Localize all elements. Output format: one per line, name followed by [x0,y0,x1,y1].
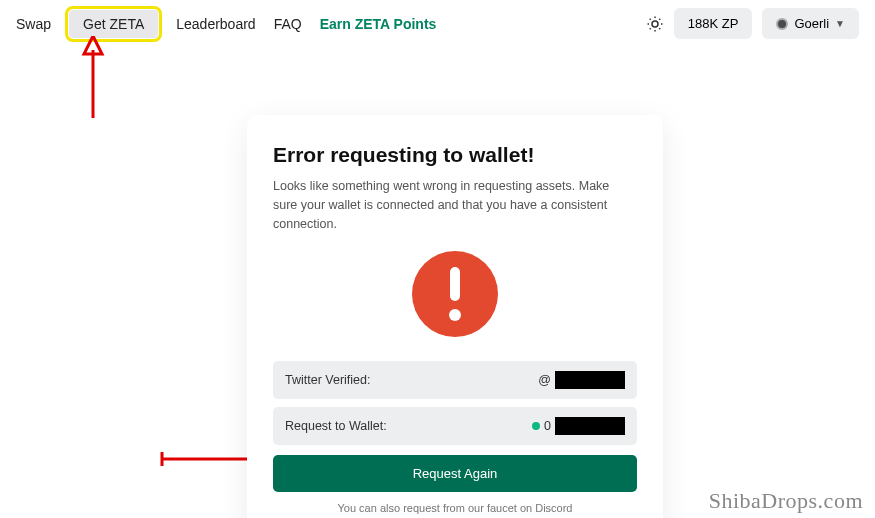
watermark: ShibaDrops.com [709,488,863,514]
wallet-label: Request to Wallet: [285,419,387,433]
points-value: 188K ZP [688,16,739,31]
card-title: Error requesting to wallet! [273,143,637,167]
redacted-block [555,371,625,389]
chevron-down-icon: ▼ [835,18,845,29]
twitter-label: Twitter Verified: [285,373,370,387]
svg-line-3 [650,18,651,19]
nav-faq[interactable]: FAQ [274,16,302,32]
nav-earn-points[interactable]: Earn ZETA Points [320,16,437,32]
card-description: Looks like something went wrong in reque… [273,177,637,233]
annotation-arrow-down-icon [78,36,108,120]
footnote: You can also request from our faucet on … [273,502,637,514]
request-again-button[interactable]: Request Again [273,455,637,492]
nav-get-zeta[interactable]: Get ZETA [69,10,158,38]
wallet-request-row: Request to Wallet: 0 [273,407,637,445]
network-name: Goerli [794,16,829,31]
error-icon [273,251,637,337]
svg-line-7 [650,28,651,29]
theme-toggle-icon[interactable] [646,15,664,33]
points-pill[interactable]: 188K ZP [674,8,753,39]
nav-swap[interactable]: Swap [16,16,51,32]
svg-line-4 [659,28,660,29]
svg-line-8 [659,18,660,19]
network-dot-icon [776,18,788,30]
network-selector[interactable]: Goerli ▼ [762,8,859,39]
top-nav: Swap Get ZETA Leaderboard FAQ Earn ZETA … [0,0,875,47]
error-card: Error requesting to wallet! Looks like s… [247,115,663,518]
twitter-value: @ [538,373,551,387]
redacted-block [555,417,625,435]
twitter-verified-row: Twitter Verified: @ [273,361,637,399]
wallet-value: 0 [544,419,551,433]
nav-leaderboard[interactable]: Leaderboard [176,16,255,32]
status-dot-icon [532,422,540,430]
svg-point-0 [652,21,658,27]
